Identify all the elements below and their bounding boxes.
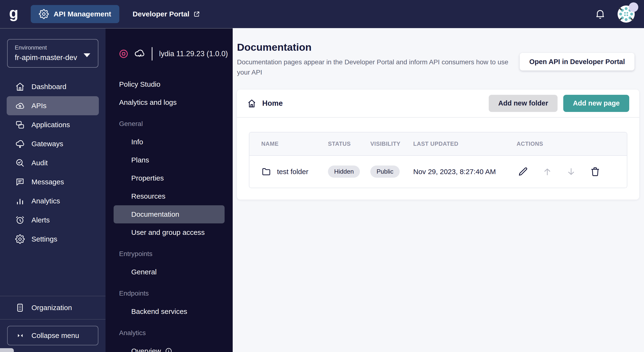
sidebar-item-label: Analytics <box>32 197 60 205</box>
api-menu-item-documentation[interactable]: Documentation <box>114 205 224 224</box>
cloud-gateway-icon <box>15 139 25 148</box>
gravitee-logo[interactable]: g <box>9 5 18 20</box>
sidebar-item-label: Dashboard <box>32 83 66 91</box>
folder-icon <box>261 167 271 177</box>
applications-icon <box>15 120 25 130</box>
cloud-upload-icon <box>15 101 25 110</box>
sidebar-item-gateways[interactable]: Gateways <box>7 134 99 153</box>
home-icon <box>15 82 25 92</box>
row-last-updated: Nov 29, 2023, 8:27:40 AM <box>413 168 516 176</box>
bar-chart-icon <box>15 196 25 206</box>
api-sidebar: lydia 11.29.23 (1.0.0) Policy Studio Ana… <box>106 28 233 352</box>
notifications-bell-icon[interactable] <box>594 8 606 20</box>
sidebar-divider <box>0 319 106 320</box>
sidebar-item-analytics[interactable]: Analytics <box>7 192 99 210</box>
header-divider <box>152 47 152 60</box>
primary-sidebar: Environment fr-apim-master-dev Dashboard <box>0 28 106 352</box>
api-menu-section-general: General <box>106 115 233 133</box>
gear-icon <box>39 9 49 19</box>
column-header-status: STATUS <box>328 140 370 147</box>
api-menu-section-analytics: Analytics <box>106 324 233 342</box>
sidebar-item-label: Applications <box>32 121 70 129</box>
gear-icon <box>15 234 25 244</box>
collapse-menu-button[interactable]: Collapse menu <box>7 326 98 345</box>
scrollbar-corner <box>0 348 14 352</box>
app-window: g API Management Developer Portal <box>0 0 644 352</box>
api-menu-item-entrypoints-general[interactable]: General <box>114 263 224 281</box>
avatar-status-badge <box>629 2 638 12</box>
add-new-folder-button[interactable]: Add new folder <box>489 95 558 112</box>
table-header-row: NAME STATUS VISIBILITY LAST UPDATED ACTI… <box>249 132 627 156</box>
page-title: Documentation <box>237 42 520 53</box>
user-avatar[interactable] <box>617 5 635 23</box>
environment-label: Environment <box>15 44 92 51</box>
api-menu-item-info[interactable]: Info <box>114 133 224 151</box>
api-menu-section-endpoints: Endpoints <box>106 284 233 302</box>
api-management-button[interactable]: API Management <box>31 5 119 23</box>
api-menu-item-user-and-group-access[interactable]: User and group access <box>114 224 224 242</box>
sidebar-item-audit[interactable]: Audit <box>7 153 99 172</box>
documentation-table: NAME STATUS VISIBILITY LAST UPDATED ACTI… <box>249 132 627 188</box>
environment-selector[interactable]: Environment fr-apim-master-dev <box>7 39 98 68</box>
delete-trash-icon[interactable] <box>590 166 600 177</box>
visibility-badge: Public <box>370 166 400 178</box>
sidebar-item-messages[interactable]: Messages <box>7 172 99 192</box>
sidebar-item-organization[interactable]: Organization <box>0 296 106 319</box>
documentation-card: Home Add new folder Add new page NAME ST… <box>237 90 639 200</box>
developer-portal-link[interactable]: Developer Portal <box>133 10 200 18</box>
api-menu-section-entrypoints: Entrypoints <box>106 245 233 263</box>
overview-label: Overview <box>131 347 161 352</box>
api-menu-item-analytics-and-logs[interactable]: Analytics and logs <box>106 93 233 112</box>
sidebar-item-alerts[interactable]: Alerts <box>7 210 99 230</box>
edit-pencil-icon[interactable] <box>518 166 528 177</box>
message-icon <box>15 177 25 187</box>
add-new-page-button[interactable]: Add new page <box>563 95 629 112</box>
move-up-arrow-icon[interactable] <box>542 167 552 177</box>
alarm-clock-icon <box>15 215 25 225</box>
row-name[interactable]: test folder <box>277 168 308 176</box>
collapse-menu-label: Collapse menu <box>32 332 79 340</box>
api-title: lydia 11.29.23 (1.0.0) <box>159 50 228 58</box>
home-breadcrumb-icon[interactable] <box>247 98 256 108</box>
sidebar-item-label: Alerts <box>32 216 50 224</box>
sidebar-item-label: Audit <box>32 159 48 167</box>
table-row: test folder Hidden Public Nov 29, 2023, … <box>249 156 627 188</box>
organization-label: Organization <box>32 304 72 312</box>
column-header-visibility: VISIBILITY <box>370 140 413 147</box>
environment-value: fr-apim-master-dev <box>15 53 92 62</box>
external-link-icon <box>193 10 200 18</box>
main-content: Documentation Documentation pages appear… <box>233 28 644 352</box>
sidebar-item-settings[interactable]: Settings <box>7 230 99 249</box>
column-header-name: NAME <box>249 140 328 147</box>
api-menu-item-properties[interactable]: Properties <box>114 169 224 187</box>
column-header-last-updated: LAST UPDATED <box>413 140 516 147</box>
organization-icon <box>15 303 25 312</box>
api-menu-item-resources[interactable]: Resources <box>114 187 224 205</box>
api-nav: Policy Studio Analytics and logs General… <box>106 75 233 352</box>
chevron-down-icon <box>84 53 90 57</box>
sidebar-item-dashboard[interactable]: Dashboard <box>7 77 99 96</box>
page-description: Documentation pages appear in the Develo… <box>237 57 520 78</box>
sidebar-item-label: APIs <box>32 102 46 110</box>
breadcrumb[interactable]: Home <box>262 99 283 108</box>
api-management-label: API Management <box>54 10 111 18</box>
api-state-icon <box>118 48 129 59</box>
sidebar-item-apis[interactable]: APIs <box>7 96 99 115</box>
column-header-actions: ACTIONS <box>516 140 627 147</box>
sidebar-item-applications[interactable]: Applications <box>7 115 99 134</box>
search-check-icon <box>15 158 25 168</box>
sidebar-nav: Dashboard APIs <box>0 77 106 249</box>
move-down-arrow-icon[interactable] <box>566 167 576 177</box>
developer-portal-label: Developer Portal <box>133 10 189 18</box>
api-menu-item-policy-studio[interactable]: Policy Studio <box>106 75 233 93</box>
api-menu-item-backend-services[interactable]: Backend services <box>114 302 224 320</box>
sidebar-item-label: Gateways <box>32 140 63 148</box>
sidebar-item-label: Settings <box>32 235 57 243</box>
top-bar: g API Management Developer Portal <box>0 0 644 28</box>
status-badge: Hidden <box>328 166 360 178</box>
info-icon <box>165 347 172 352</box>
api-menu-item-plans[interactable]: Plans <box>114 151 224 169</box>
api-menu-item-overview[interactable]: Overview <box>114 342 224 352</box>
open-api-in-developer-portal-button[interactable]: Open API in Developer Portal <box>520 53 634 70</box>
sidebar-item-label: Messages <box>32 178 64 186</box>
